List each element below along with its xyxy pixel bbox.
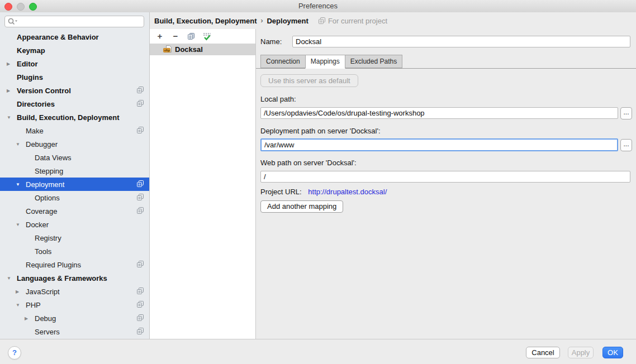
local-path-label: Local path: [260,95,296,103]
help-button[interactable]: ? [8,346,21,360]
chevron-right-icon[interactable]: ▶ [25,316,35,321]
sidebar-item-label: Coverage [26,207,57,215]
search-icon [8,18,19,25]
add-another-mapping-button[interactable]: Add another mapping [260,200,343,213]
breadcrumb-separator: › [260,17,263,25]
sidebar-item-label: Servers [35,328,60,336]
chevron-down-icon[interactable]: ▼ [16,182,26,187]
scope-label: For current project [328,17,387,25]
sidebar-item-stepping[interactable]: Stepping [0,164,149,178]
per-project-icon [137,288,144,295]
sidebar-item-label: Debug [35,314,56,323]
sidebar-item-label: Tools [35,247,51,256]
sidebar-item-debugger[interactable]: ▼Debugger [0,137,149,151]
local-path-input[interactable] [260,107,618,119]
sidebar-item-label: Stepping [35,167,63,175]
tab-excluded-paths[interactable]: Excluded Paths [345,55,402,68]
web-path-input[interactable] [260,171,630,183]
footer-bar: ? Cancel Apply OK [0,339,636,364]
server-toolbar: + − [150,29,255,44]
sidebar-item-options[interactable]: Options [0,191,149,204]
copy-icon [187,32,195,40]
sidebar-item-label: Build, Execution, Deployment [17,113,119,122]
server-item-label: Docksal [175,45,203,54]
apply-button[interactable]: Apply [568,347,594,358]
sidebar-item-label: Options [35,194,60,202]
sidebar-item-debug[interactable]: ▶Debug [0,312,149,325]
titlebar: Preferences [0,0,636,13]
breadcrumb-parent[interactable]: Build, Execution, Deployment [154,17,257,25]
sidebar-item-version-control[interactable]: ▶Version Control [0,84,149,97]
sidebar-item-deployment[interactable]: ▼Deployment [0,178,149,191]
per-project-icon [137,207,144,214]
sidebar-item-editor[interactable]: ▶Editor [0,57,149,70]
sidebar-item-tools[interactable]: Tools [0,245,149,258]
sidebar-item-label: Keymap [17,46,45,55]
sidebar-item-required-plugins[interactable]: Required Plugins [0,258,149,271]
default-check-icon [203,32,211,41]
chevron-right-icon[interactable]: ▶ [16,289,26,294]
server-item-docksal[interactable]: sftp Docksal [150,44,255,55]
cancel-button[interactable]: Cancel [526,347,560,358]
sidebar-item-javascript[interactable]: ▶JavaScript [0,285,149,298]
sidebar-item-docker[interactable]: ▼Docker [0,218,149,231]
sidebar-item-label: Appearance & Behavior [17,33,99,41]
sidebar-item-directories[interactable]: Directories [0,97,149,111]
deployment-path-input[interactable] [260,138,618,151]
per-project-icon [137,328,144,335]
sidebar-item-servers[interactable]: Servers [0,325,149,338]
breadcrumb-current: Deployment [267,17,308,25]
project-url-link[interactable]: http://drupaltest.docksal/ [308,188,387,196]
sidebar-item-label: Required Plugins [26,261,81,269]
sidebar-item-plugins[interactable]: Plugins [0,70,149,84]
sidebar-item-label: Version Control [17,87,71,95]
chevron-down-icon[interactable]: ▼ [7,276,17,281]
sidebar-item-registry[interactable]: Registry [0,231,149,245]
per-project-icon [137,127,144,134]
preferences-window: Preferences Appearance & BehaviorKeymap▶… [0,0,636,364]
sidebar-item-label: Registry [35,234,61,242]
sidebar-item-make[interactable]: Make [0,124,149,137]
settings-sidebar: Appearance & BehaviorKeymap▶EditorPlugin… [0,12,150,339]
deployment-path-browse-button[interactable]: ... [620,139,632,151]
chevron-down-icon[interactable]: ▼ [16,142,26,147]
project-url-label: Project URL: [260,188,302,196]
chevron-down-icon[interactable]: ▼ [16,222,26,227]
per-project-icon [137,87,144,94]
search-input[interactable] [4,16,144,27]
sidebar-item-label: JavaScript [26,288,60,296]
server-list-panel: + − [150,29,256,339]
name-input[interactable] [292,36,630,47]
window-title: Preferences [0,0,636,12]
sidebar-item-languages-frameworks[interactable]: ▼Languages & Frameworks [0,271,149,285]
scope-indicator: For current project [319,17,387,25]
tab-bar: Connection Mappings Excluded Paths [256,56,636,69]
web-path-label: Web path on server 'Docksal': [260,159,357,167]
use-as-default-toolbar-button[interactable] [202,32,211,41]
tab-connection[interactable]: Connection [260,55,305,68]
ok-button[interactable]: OK [602,347,623,358]
local-path-browse-button[interactable]: ... [620,107,632,119]
chevron-right-icon[interactable]: ▶ [7,61,17,66]
chevron-down-icon[interactable]: ▼ [7,115,17,120]
sidebar-item-build-execution-deployment[interactable]: ▼Build, Execution, Deployment [0,111,149,124]
sidebar-item-appearance-behavior[interactable]: Appearance & Behavior [0,30,149,44]
name-label: Name: [260,37,282,46]
sidebar-item-coverage[interactable]: Coverage [0,204,149,218]
sidebar-item-keymap[interactable]: Keymap [0,44,149,57]
tab-mappings[interactable]: Mappings [305,55,345,69]
per-project-icon [137,194,144,201]
sidebar-item-label: Debugger [26,140,58,149]
sidebar-item-php[interactable]: ▼PHP [0,298,149,312]
add-server-button[interactable]: + [155,32,164,41]
per-project-icon [137,100,144,107]
chevron-right-icon[interactable]: ▶ [7,88,17,93]
remove-server-button[interactable]: − [171,32,180,41]
chevron-down-icon[interactable]: ▼ [16,303,26,308]
sidebar-item-data-views[interactable]: Data Views [0,151,149,164]
use-default-server-button[interactable]: Use this server as default [260,74,358,87]
copy-server-button[interactable] [187,32,196,41]
sidebar-item-label: Deployment [26,180,64,189]
per-project-icon [137,314,144,322]
per-project-icon [137,301,144,308]
